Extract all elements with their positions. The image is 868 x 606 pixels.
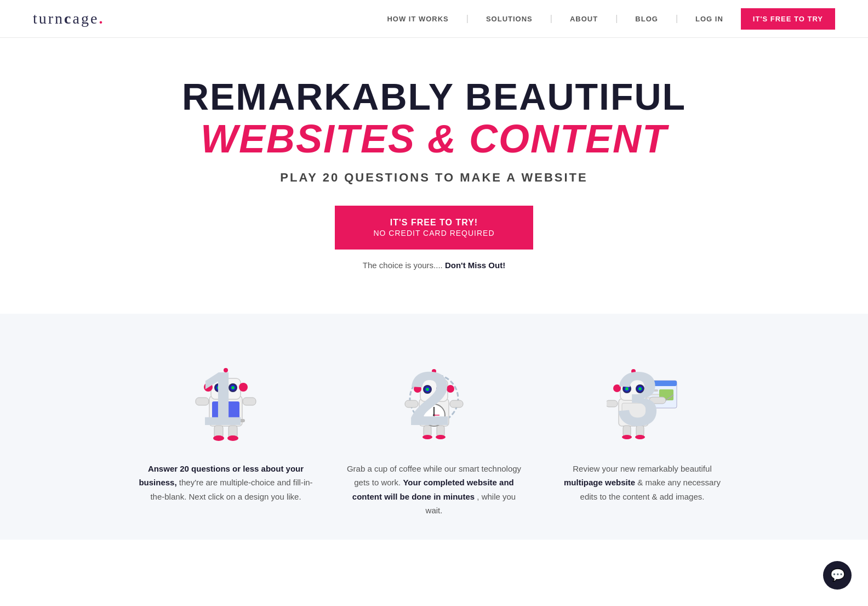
hero-cta-button[interactable]: IT'S FREE TO TRY! NO CREDIT CARD REQUIRE… [335,206,533,250]
svg-rect-63 [607,400,618,407]
logo-text-age: age [73,10,99,27]
hero-title-black: REMARKABLY BEAUTIFUL [11,76,857,117]
nav-item-blog[interactable]: BLOG [635,14,658,24]
nav-item-about[interactable]: ABOUT [570,14,598,24]
step-1-illustration: 1 [138,347,313,451]
step-2: 2 [330,347,538,518]
step-2-number: 2 [408,360,451,437]
step-1: 1 [122,347,330,518]
steps-section: 1 [0,314,868,540]
hero-cta-line1: IT'S FREE TO TRY! [373,218,494,228]
step-2-desc: Grab a cup of coffee while our smart tec… [346,462,522,518]
nav-item-solutions[interactable]: SOLUTIONS [486,14,533,24]
step-3-number: 3 [616,360,659,437]
step-1-number: 1 [200,360,243,437]
nav-cta-button[interactable]: IT'S FREE TO TRY [741,14,835,24]
logo-text-turn: turn [33,10,64,27]
hero-subtitle: PLAY 20 QUESTIONS TO MAKE A WEBSITE [11,171,857,185]
hero-title-pink: WEBSITES & CONTENT [11,117,857,161]
step-3: 3 [538,347,746,518]
step-3-illustration: 3 [555,347,730,451]
nav-item-how-it-works[interactable]: HOW IT WORKS [387,14,448,24]
step-3-desc: Review your new remarkably beautiful mul… [555,462,730,504]
hero-section: REMARKABLY BEAUTIFUL WEBSITES & CONTENT … [0,38,868,292]
svg-rect-34 [450,400,463,407]
step-1-desc: Answer 20 questions or less about your b… [138,462,313,504]
nav-item-login[interactable]: LOG IN [695,14,723,24]
logo-dot: . [99,10,104,27]
logo-text-c: c [64,10,72,27]
navbar: turncage. HOW IT WORKS | SOLUTIONS | ABO… [0,0,868,38]
nav-links: HOW IT WORKS | SOLUTIONS | ABOUT | BLOG … [387,14,835,24]
svg-rect-13 [243,398,256,405]
hero-choice-text: The choice is yours.... Don't Miss Out! [11,260,857,270]
hero-cta-line2: NO CREDIT CARD REQUIRED [373,229,494,237]
logo[interactable]: turncage. [33,10,104,27]
step-2-illustration: 2 [346,347,522,451]
